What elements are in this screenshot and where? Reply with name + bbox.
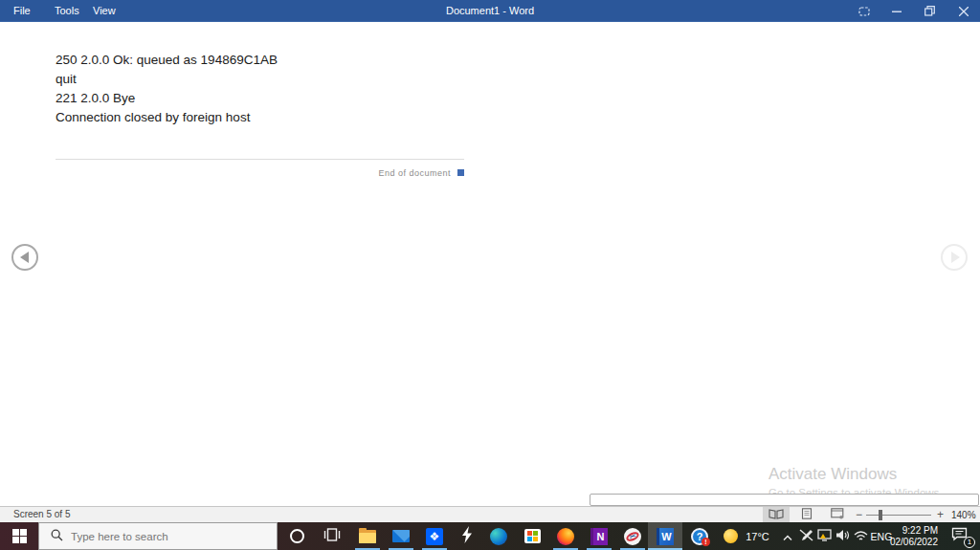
cortana-button[interactable] — [279, 522, 314, 550]
microsoft-store-button[interactable] — [515, 522, 549, 550]
read-mode-button[interactable] — [763, 507, 790, 522]
arrow-right-icon — [951, 252, 960, 263]
chevron-up-icon — [783, 528, 792, 545]
zoom-percent-label[interactable]: 140% — [951, 510, 976, 520]
monitor-warning-icon — [817, 528, 832, 545]
taskbar: ❖ N ✂ — [0, 522, 980, 550]
weather-widget[interactable]: 17°C — [718, 522, 775, 550]
search-input[interactable] — [71, 531, 262, 542]
print-layout-icon — [801, 508, 813, 521]
end-of-document-square — [457, 169, 464, 176]
file-explorer-icon — [359, 530, 376, 543]
web-layout-icon — [831, 508, 844, 521]
end-of-document-label: End of document — [378, 168, 451, 178]
zoom-in-button[interactable]: + — [937, 508, 944, 521]
tray-show-hidden-icons-button[interactable] — [779, 522, 796, 550]
lightning-bolt-icon — [461, 526, 473, 547]
task-view-button[interactable] — [315, 522, 349, 550]
get-help-button[interactable]: ? ! — [682, 522, 717, 550]
windows-logo-icon — [12, 529, 27, 543]
firefox-button[interactable] — [548, 522, 583, 550]
close-button[interactable] — [947, 0, 980, 22]
start-button[interactable] — [0, 522, 38, 550]
previous-screen-button[interactable] — [11, 244, 38, 271]
status-bar: Screen 5 of 5 − + 140% — [0, 506, 980, 522]
screen-count-label: Screen 5 of 5 — [13, 509, 70, 519]
dropbox-icon: ❖ — [426, 528, 443, 545]
document-line: quit — [56, 70, 496, 89]
speaker-icon — [835, 528, 850, 545]
web-layout-button[interactable] — [824, 507, 851, 522]
document-line: 250 2.0.0 Ok: queued as 194869C1AB — [56, 51, 496, 70]
arrow-left-icon — [20, 252, 29, 263]
auto-hide-toolbar-button[interactable] — [848, 0, 880, 22]
edge-icon — [490, 528, 507, 545]
tray-display-button[interactable] — [815, 522, 833, 550]
task-view-icon — [323, 528, 341, 545]
restore-button[interactable] — [913, 0, 946, 22]
close-icon — [959, 7, 969, 16]
zoom-slider-track[interactable] — [866, 515, 931, 516]
firefox-icon — [557, 528, 574, 545]
time-label: 9:22 PM — [902, 525, 938, 537]
help-alert-badge: ! — [702, 538, 710, 546]
lightning-app-button[interactable] — [450, 522, 484, 550]
word-icon: W — [657, 528, 674, 545]
tray-clock[interactable]: 9:22 PM 02/06/2022 — [890, 522, 938, 550]
horizontal-scrollbar[interactable] — [590, 494, 979, 506]
mail-icon — [392, 530, 410, 542]
tray-volume-button[interactable] — [834, 522, 851, 550]
window-title: Document1 - Word — [0, 0, 980, 22]
pen-disabled-icon — [799, 528, 813, 545]
zoom-out-button[interactable]: − — [856, 508, 862, 521]
restore-icon — [924, 6, 935, 16]
snipping-tool-button[interactable]: ✂ — [615, 522, 650, 550]
zoom-slider-thumb[interactable] — [879, 510, 882, 520]
fullscreen-toggle-icon — [858, 7, 870, 16]
title-bar: File Tools View Document1 - Word — [0, 0, 980, 22]
onenote-button[interactable]: N — [582, 522, 616, 550]
date-label: 02/06/2022 — [890, 537, 938, 548]
mail-button[interactable] — [384, 522, 418, 550]
cortana-icon — [290, 529, 304, 543]
document-line: Connection closed by foreign host — [56, 108, 496, 127]
notification-count-badge: 1 — [964, 537, 975, 548]
minimize-icon — [892, 7, 902, 16]
document-line: 221 2.0.0 Bye — [56, 89, 496, 108]
word-read-mode-window: File Tools View Document1 - Word 250 2. — [0, 0, 980, 550]
print-layout-button[interactable] — [793, 507, 820, 522]
search-icon — [51, 528, 63, 545]
onenote-icon: N — [590, 528, 608, 545]
word-button[interactable]: W — [648, 522, 682, 550]
file-explorer-button[interactable] — [350, 522, 385, 550]
get-help-icon: ? ! — [691, 528, 708, 545]
sun-icon — [724, 529, 738, 543]
dropbox-button[interactable]: ❖ — [417, 522, 452, 550]
end-of-document-marker: End of document — [56, 168, 464, 178]
snipping-tool-icon: ✂ — [624, 528, 641, 545]
minimize-button[interactable] — [880, 0, 913, 22]
tray-pen-button[interactable] — [797, 522, 814, 550]
next-screen-button[interactable] — [941, 244, 968, 271]
action-center-button[interactable]: 1 — [940, 522, 978, 550]
temperature-label: 17°C — [746, 531, 769, 542]
edge-button[interactable] — [481, 522, 516, 550]
document-body: 250 2.0.0 Ok: queued as 194869C1AB quit … — [56, 51, 496, 127]
read-mode-icon — [768, 509, 784, 521]
watermark-line1: Activate Windows — [768, 465, 943, 484]
microsoft-store-icon — [524, 529, 541, 543]
end-divider — [56, 159, 464, 160]
taskbar-search[interactable] — [38, 522, 278, 550]
